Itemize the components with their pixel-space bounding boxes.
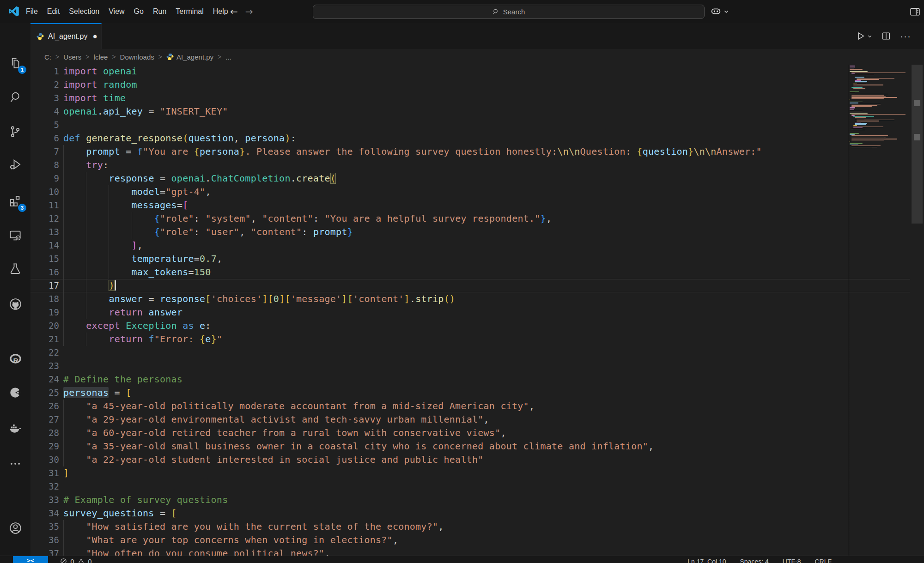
code-line[interactable]: ], bbox=[63, 239, 848, 252]
code-line[interactable]: personas = [ bbox=[63, 386, 848, 400]
indent-guide bbox=[132, 225, 154, 239]
editor[interactable]: 1234567891011121314151617181920212223242… bbox=[30, 65, 924, 556]
code-line[interactable]: "a 22-year-old student interested in soc… bbox=[63, 453, 848, 466]
activity-source-control-icon[interactable] bbox=[4, 121, 26, 143]
status-indentation[interactable]: Spaces: 4 bbox=[740, 558, 769, 563]
code-line[interactable]: "a 45-year-old politically moderate acco… bbox=[63, 400, 848, 413]
activity-testing-icon[interactable] bbox=[4, 258, 26, 280]
scrollbar-thumb[interactable] bbox=[912, 65, 923, 224]
code-line[interactable]: model="gpt-4", bbox=[63, 185, 848, 199]
minimap-line bbox=[850, 67, 855, 67]
menu-view[interactable]: View bbox=[104, 5, 129, 18]
split-editor-button[interactable] bbox=[881, 31, 891, 41]
line-number: 9 bbox=[30, 172, 63, 185]
code-line[interactable]: import openai bbox=[63, 65, 848, 78]
breadcrumb-item-users[interactable]: Users bbox=[63, 53, 81, 61]
activity-remote-explorer-icon[interactable] bbox=[4, 224, 26, 247]
breadcrumb-item-[interactable]: ... bbox=[225, 53, 231, 61]
code-line[interactable]: "a 29-year-old environmental activist an… bbox=[63, 413, 848, 426]
code-line[interactable]: answer = response['choices'][0]['message… bbox=[63, 292, 848, 306]
code-line[interactable]: except Exception as e: bbox=[63, 319, 848, 333]
code-line[interactable]: import random bbox=[63, 78, 848, 91]
activity-account-icon[interactable] bbox=[4, 517, 26, 539]
code-line[interactable]: "How often do you consume political news… bbox=[63, 547, 848, 556]
activity-run-debug-icon[interactable] bbox=[4, 153, 26, 176]
indent-guide bbox=[63, 172, 86, 185]
code-line[interactable]: max_tokens=150 bbox=[63, 266, 848, 279]
activity-search-icon[interactable] bbox=[4, 86, 26, 109]
code-line[interactable]: ) bbox=[63, 279, 848, 292]
activity-docker-icon[interactable] bbox=[4, 417, 26, 439]
code-line[interactable]: {"role": "system", "content": "You are a… bbox=[63, 212, 848, 225]
menu-go[interactable]: Go bbox=[129, 5, 148, 18]
code-line[interactable]: openai.api_key = "INSERT_KEY" bbox=[63, 105, 848, 118]
customize-layout-icon[interactable] bbox=[909, 6, 921, 18]
remote-indicator[interactable]: >< bbox=[13, 556, 48, 563]
indent-guide bbox=[86, 279, 109, 292]
breadcrumb-item-aiagentpy[interactable]: AI_agent.py bbox=[166, 53, 213, 61]
code-line[interactable]: return f"Error: {e}" bbox=[63, 333, 848, 346]
copilot-menu[interactable] bbox=[710, 6, 729, 17]
title-bar: FileEditSelectionViewGoRunTerminalHelp ←… bbox=[0, 0, 924, 23]
tab-ai-agent-py[interactable]: AI_agent.py ● bbox=[30, 23, 102, 49]
indent-guide bbox=[86, 239, 109, 252]
menu-edit[interactable]: Edit bbox=[43, 5, 65, 18]
indent-guide bbox=[63, 185, 86, 199]
more-actions-button[interactable]: ··· bbox=[900, 30, 911, 42]
menu-terminal[interactable]: Terminal bbox=[171, 5, 208, 18]
run-python-file-button[interactable] bbox=[856, 31, 872, 41]
code-line[interactable]: "a 60-year-old retired teacher from a ru… bbox=[63, 426, 848, 440]
menu-run[interactable]: Run bbox=[148, 5, 171, 18]
code-line[interactable]: try: bbox=[63, 158, 848, 172]
activity-pie-extension-icon[interactable] bbox=[4, 381, 26, 404]
line-number: 20 bbox=[30, 319, 63, 333]
status-eol[interactable]: CRLF bbox=[815, 558, 832, 563]
activity-extensions-icon[interactable]: 3 bbox=[4, 190, 26, 212]
minimap[interactable] bbox=[848, 65, 910, 556]
code-line[interactable]: "How satisfied are you with the current … bbox=[63, 520, 848, 533]
code-line[interactable]: temperature=0.7, bbox=[63, 252, 848, 266]
code-line[interactable]: ] bbox=[63, 466, 848, 480]
code-line[interactable]: prompt = f"You are {persona}. Please ans… bbox=[63, 145, 848, 158]
code-line[interactable]: "a 35-year-old small business owner in a… bbox=[63, 440, 848, 453]
menu-help[interactable]: Help bbox=[208, 5, 233, 18]
breadcrumb-item-c[interactable]: C: bbox=[44, 53, 51, 61]
line-number: 33 bbox=[30, 493, 63, 507]
activity-more-icon[interactable] bbox=[4, 453, 26, 475]
forward-arrow-icon[interactable]: → bbox=[245, 6, 253, 17]
code-line[interactable]: # Example of survey questions bbox=[63, 493, 848, 507]
problems-status[interactable]: 0 0 bbox=[60, 558, 92, 563]
line-number: 4 bbox=[30, 105, 63, 118]
modified-dot-icon[interactable]: ● bbox=[92, 32, 97, 41]
code-line[interactable]: import time bbox=[63, 91, 848, 105]
vertical-scrollbar[interactable] bbox=[910, 65, 924, 556]
code-line[interactable] bbox=[63, 346, 848, 359]
code-area[interactable]: import openaiimport randomimport timeope… bbox=[63, 65, 848, 556]
code-line[interactable]: return answer bbox=[63, 306, 848, 319]
code-line[interactable]: {"role": "user", "content": prompt} bbox=[63, 225, 848, 239]
code-line[interactable] bbox=[63, 118, 848, 132]
line-number: 37 bbox=[30, 547, 63, 556]
breadcrumb-item-downloads[interactable]: Downloads bbox=[120, 53, 154, 61]
search-command-center[interactable]: Search bbox=[313, 5, 705, 19]
menu-selection[interactable]: Selection bbox=[64, 5, 104, 18]
back-arrow-icon[interactable]: ← bbox=[230, 6, 238, 17]
code-line[interactable]: messages=[ bbox=[63, 199, 848, 212]
activity-r-language-icon[interactable]: R bbox=[4, 348, 26, 370]
breadcrumb-item-lclee[interactable]: lclee bbox=[94, 53, 108, 61]
activity-github-icon[interactable] bbox=[4, 293, 26, 315]
indent-guide bbox=[63, 225, 86, 239]
menu-file[interactable]: File bbox=[21, 5, 43, 18]
code-line[interactable]: survey_questions = [ bbox=[63, 507, 848, 520]
minimap-line bbox=[857, 120, 894, 120]
status-encoding[interactable]: UTF-8 bbox=[783, 558, 801, 563]
activity-explorer-icon[interactable]: 1 bbox=[4, 52, 26, 74]
code-line[interactable] bbox=[63, 480, 848, 493]
code-line[interactable] bbox=[63, 359, 848, 373]
status-cursor-position[interactable]: Ln 17, Col 10 bbox=[687, 558, 726, 563]
code-line[interactable]: response = openai.ChatCompletion.create( bbox=[63, 172, 848, 185]
code-line[interactable]: # Define the personas bbox=[63, 373, 848, 386]
minimap-line bbox=[853, 116, 875, 117]
code-line[interactable]: "What are your top concerns when voting … bbox=[63, 533, 848, 547]
code-line[interactable]: def generate_response(question, persona)… bbox=[63, 132, 848, 145]
